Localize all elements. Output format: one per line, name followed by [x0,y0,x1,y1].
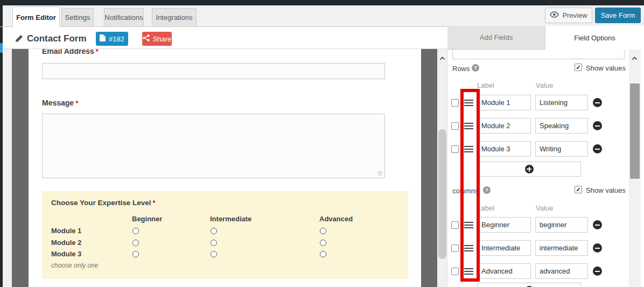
value-column-header: Value [536,81,553,89]
radio-button[interactable] [132,240,139,246]
remove-column-button[interactable] [593,267,602,276]
form-builder-window: Form Editor Settings Notifications Integ… [0,0,644,287]
bulk-select-checkbox[interactable] [451,268,459,275]
document-icon [100,34,106,43]
tab-add-fields[interactable]: Add Fields [447,26,545,50]
help-icon[interactable]: ? [472,64,479,72]
likert-column-header: Intermediate [210,215,251,223]
tab-field-options[interactable]: Field Options [545,26,644,50]
share-button[interactable]: Share [142,32,172,46]
label-column-header: Label [477,81,494,89]
show-values-label: Show values [586,186,626,194]
share-button-label: Share [153,35,172,43]
form-title: Contact Form [27,33,87,44]
annotation-highlight-rectangle [460,89,480,282]
save-form-label: Save Form [601,11,635,19]
radio-button[interactable] [211,251,217,257]
preview-scrollbar-thumb[interactable] [438,129,446,259]
email-field-input[interactable] [42,63,385,79]
scroll-up-icon[interactable] [632,53,638,62]
likert-field-description: choose only one [51,262,98,269]
column-label-input[interactable] [477,240,531,256]
column-value-input[interactable] [535,240,588,256]
column-value-input[interactable] [535,263,588,279]
resize-grip-icon[interactable] [378,171,383,176]
column-label-input[interactable] [477,263,531,279]
add-row-button[interactable] [477,162,581,177]
tab-form-editor[interactable]: Form Editor [12,6,60,27]
remove-row-button[interactable] [593,121,602,130]
add-column-button[interactable] [477,283,581,287]
panel-scrollbar-thumb[interactable] [630,83,640,179]
panel-edge [641,50,644,287]
bulk-select-checkbox[interactable] [451,99,459,107]
scroll-up-icon[interactable] [439,53,445,62]
row-value-input[interactable] [535,95,588,110]
row-label-input[interactable] [477,141,531,157]
likert-row-label: Module 2 [51,239,81,247]
required-asterisk: * [75,99,78,107]
remove-row-button[interactable] [593,144,602,153]
row-label-input[interactable] [477,95,531,110]
form-id-label: #182 [109,35,124,43]
message-field-label: Message* [42,98,78,108]
save-form-button[interactable]: Save Form [595,8,641,23]
bulk-select-checkbox[interactable] [451,122,459,130]
help-icon[interactable]: ? [483,186,491,194]
row-value-input[interactable] [535,141,588,157]
show-values-label: Show values [586,64,626,72]
tab-settings[interactable]: Settings [61,8,94,26]
preview-button[interactable]: Preview [545,8,592,23]
bulk-select-checkbox[interactable] [451,221,459,229]
tab-integrations[interactable]: Integrations [152,8,197,26]
value-column-header: Value [536,204,553,212]
rows-section-title: Rows [452,65,470,73]
radio-button[interactable] [320,240,326,246]
required-asterisk: * [153,199,156,207]
likert-column-header: Advanced [319,215,353,223]
row-label-input[interactable] [477,118,531,134]
radio-button[interactable] [320,251,326,257]
remove-row-button[interactable] [593,98,602,107]
bulk-select-checkbox[interactable] [451,244,459,252]
likert-column-header: Beginner [132,215,162,223]
pencil-icon[interactable] [15,34,23,45]
likert-field-selected[interactable]: Choose Your Expertise Level* Beginner In… [42,191,408,279]
remove-column-button[interactable] [593,243,602,253]
preview-button-label: Preview [562,11,587,19]
show-values-checkbox[interactable]: ✓ [575,64,582,71]
column-label-input[interactable] [477,217,531,233]
admin-top-bar [0,0,644,5]
email-field-label: Email Address* [42,49,99,56]
message-field-textarea[interactable] [42,114,385,178]
tab-notifications[interactable]: Notifications [104,8,144,26]
radio-button[interactable] [211,228,217,234]
radio-button[interactable] [320,228,326,234]
share-icon [143,34,150,43]
form-preview-panel: Email Address* Message* Choose Your Expe… [29,49,421,287]
plus-icon [525,165,534,173]
likert-field-label: Choose Your Expertise Level* [51,198,156,207]
required-asterisk: * [96,49,99,55]
field-label-input-partial[interactable] [452,50,625,59]
radio-button[interactable] [211,240,217,246]
form-id-badge[interactable]: #182 [96,32,128,46]
likert-row-label: Module 1 [51,227,81,235]
bulk-select-checkbox[interactable] [451,145,459,153]
row-value-input[interactable] [535,118,588,134]
radio-button[interactable] [132,251,139,257]
eye-icon [550,11,559,19]
radio-button[interactable] [132,228,139,234]
column-value-input[interactable] [535,217,588,233]
show-values-checkbox[interactable]: ✓ [575,186,582,193]
likert-row-label: Module 3 [51,250,81,258]
remove-column-button[interactable] [593,220,602,229]
